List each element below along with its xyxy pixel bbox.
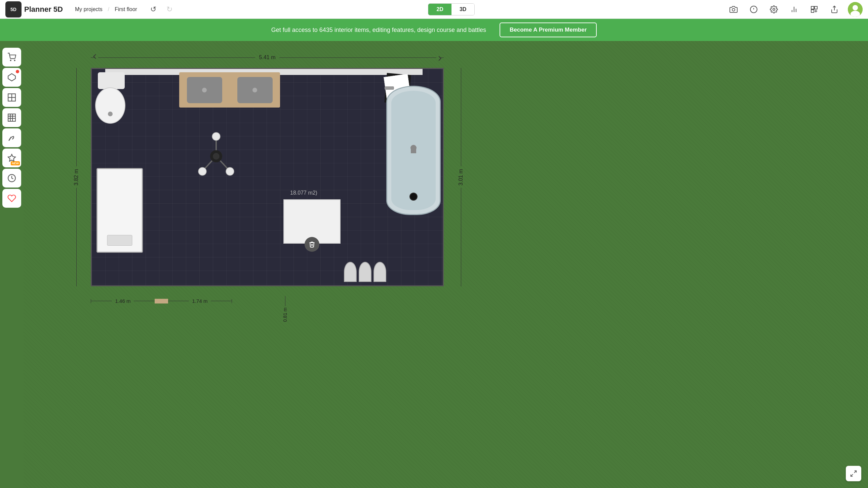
share-icon[interactable] <box>828 3 841 16</box>
new-badge: NEW <box>11 161 20 165</box>
sidebar-item-favorites[interactable] <box>2 189 21 208</box>
2d-view-btn[interactable]: 2D <box>428 4 451 15</box>
expand-icon[interactable] <box>846 466 861 481</box>
bathtub-stopper[interactable] <box>409 193 417 201</box>
svg-rect-8 <box>811 6 814 9</box>
canvas-area[interactable]: 5.41 m 3.82 m 3.01 m <box>24 41 868 488</box>
stats-icon[interactable] <box>787 3 801 16</box>
header-tools <box>727 2 863 17</box>
dimension-height-label: 3.82 m <box>73 166 79 188</box>
undo-btn[interactable]: ↺ <box>147 3 160 16</box>
svg-point-33 <box>212 132 220 140</box>
towel-hooks[interactable] <box>344 262 386 282</box>
sink-cabinet[interactable] <box>179 72 280 107</box>
logo[interactable]: 5D Planner 5D <box>5 1 63 18</box>
nav-separator: / <box>108 6 109 12</box>
sidebar-item-new[interactable]: NEW <box>2 149 21 167</box>
info-icon[interactable] <box>747 3 761 16</box>
light-fixture[interactable] <box>191 131 241 182</box>
dimension-width-label: 5.41 m <box>255 55 280 61</box>
svg-point-0 <box>732 8 735 11</box>
sidebar-item-objects[interactable] <box>2 68 21 87</box>
view-toggle: 2D 3D <box>176 3 727 15</box>
header: 5D Planner 5D My projects / First floor … <box>0 0 868 19</box>
svg-line-38 <box>854 471 856 473</box>
my-projects-btn[interactable]: My projects <box>71 4 106 14</box>
svg-rect-9 <box>814 6 817 9</box>
svg-line-39 <box>851 474 853 476</box>
add-floor-icon[interactable] <box>807 3 821 16</box>
current-floor-btn[interactable]: First floor <box>111 4 141 14</box>
svg-marker-28 <box>8 154 16 161</box>
camera-icon[interactable] <box>727 3 740 16</box>
svg-point-4 <box>773 8 775 10</box>
bathtub-faucet[interactable] <box>384 86 394 90</box>
dimension-bottom-right: 1.74 m <box>189 298 211 304</box>
svg-point-37 <box>213 153 219 160</box>
area-label: 18.077 m2) <box>290 190 317 196</box>
floor-plan[interactable]: 5.41 m 3.82 m 3.01 m <box>91 68 444 286</box>
sidebar-item-history[interactable] <box>2 169 21 188</box>
sidebar-item-landscaping[interactable] <box>2 128 21 147</box>
sidebar-item-walls[interactable] <box>2 108 21 127</box>
room[interactable]: 18.077 m2) <box>91 68 444 286</box>
logo-text: Planner 5D <box>24 5 63 14</box>
sink-right[interactable] <box>237 77 273 103</box>
redo-btn[interactable]: ↻ <box>163 3 176 16</box>
user-avatar[interactable] <box>848 2 863 17</box>
premium-banner: Get full access to 6435 interior items, … <box>0 19 868 41</box>
3d-view-btn[interactable]: 3D <box>452 4 474 15</box>
toilet-bowl[interactable] <box>95 87 125 124</box>
svg-marker-19 <box>8 74 16 81</box>
delete-btn[interactable] <box>305 237 319 252</box>
shower-door <box>107 235 132 246</box>
svg-rect-10 <box>811 10 814 12</box>
dimension-bottom-left: 1.46 m <box>112 298 134 304</box>
view-toggle-group: 2D 3D <box>428 3 475 15</box>
logo-icon: 5D <box>5 1 22 18</box>
bathtub[interactable] <box>386 86 441 215</box>
svg-point-34 <box>198 167 207 175</box>
svg-point-18 <box>14 60 15 61</box>
settings-icon[interactable] <box>767 3 781 16</box>
sidebar-item-shop[interactable] <box>2 48 21 67</box>
svg-point-35 <box>226 167 234 175</box>
toilet-tank[interactable] <box>98 72 125 89</box>
cabinet-center[interactable] <box>283 199 341 244</box>
sidebar: NEW <box>0 41 24 488</box>
banner-text: Get full access to 6435 interior items, … <box>271 27 486 34</box>
svg-point-15 <box>852 5 858 10</box>
sidebar-item-rooms[interactable] <box>2 88 21 107</box>
svg-rect-23 <box>8 114 16 121</box>
shower-tray[interactable] <box>96 168 143 253</box>
dimension-right-label: 3.01 m <box>458 166 464 188</box>
svg-point-17 <box>10 60 11 61</box>
sink-left[interactable] <box>187 77 222 103</box>
premium-cta-btn[interactable]: Become A Premium Member <box>500 23 597 37</box>
dimension-vertical-bottom: 0.81 m <box>282 306 288 323</box>
